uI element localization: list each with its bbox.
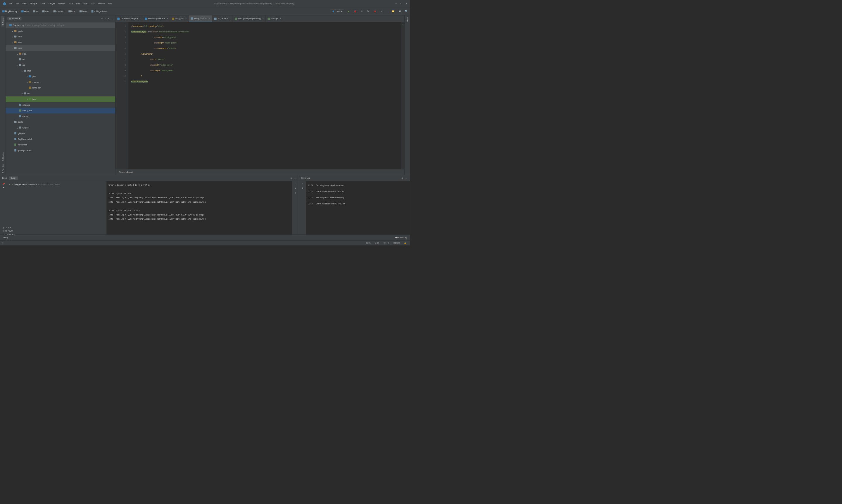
profile-button[interactable]: ↻: [366, 10, 371, 14]
hide-button[interactable]: ─: [111, 18, 113, 20]
menu-help[interactable]: Help: [107, 2, 114, 5]
attach-button[interactable]: 🐞: [373, 10, 377, 14]
maximize-button[interactable]: ☐: [400, 3, 402, 5]
tree-item[interactable]: java: [5, 96, 115, 102]
menu-edit[interactable]: Edit: [14, 2, 20, 5]
menu-tools[interactable]: Tools: [82, 2, 89, 5]
editor-breadcrumb[interactable]: DirectionalLayout: [115, 169, 404, 175]
locate-button[interactable]: ⊕: [101, 18, 103, 20]
event-row[interactable]: 22:04Gradle build finished in 1 s 461 ms: [308, 188, 408, 195]
panel-hide-button[interactable]: ─: [294, 177, 296, 179]
sync-tab[interactable]: Sync ×: [9, 176, 18, 180]
status-encoding[interactable]: UTF-8: [383, 242, 389, 244]
tree-item[interactable]: test: [5, 91, 115, 96]
breadcrumb-item[interactable]: entry: [21, 10, 29, 13]
editor-tab[interactable]: MainAbilitySlice.java×: [143, 16, 170, 22]
tree-item[interactable]: build.gradle: [5, 108, 115, 113]
menu-navigate[interactable]: Navigate: [28, 2, 39, 5]
breadcrumb-item[interactable]: resources: [53, 10, 65, 13]
search-button[interactable]: 🔍: [404, 10, 409, 14]
trash-icon[interactable]: 🗑: [302, 187, 304, 189]
close-button[interactable]: ✕: [406, 3, 407, 5]
close-icon[interactable]: ×: [229, 18, 231, 20]
close-icon[interactable]: ×: [15, 177, 16, 179]
coverage-button[interactable]: ◉: [360, 10, 364, 14]
menu-vcs[interactable]: VCS: [89, 2, 96, 5]
build-output[interactable]: Gradle Daemon started in 2 s 767 ms > Co…: [106, 181, 292, 235]
editor-tab[interactable]: build.gra×: [266, 16, 283, 22]
project-view-selector[interactable]: ▤ Project ▾: [7, 17, 21, 20]
tree-item[interactable]: build: [5, 39, 115, 45]
menu-run[interactable]: Run: [75, 2, 81, 5]
right-tab-gradle[interactable]: Gradle: [406, 16, 409, 24]
left-tab-favorites[interactable]: 2: Favorites: [1, 163, 4, 175]
debug-button[interactable]: 🐞: [353, 10, 357, 14]
tree-item[interactable]: config.json: [5, 85, 115, 91]
event-log-tab[interactable]: 💬Event Log: [394, 236, 409, 239]
menu-build[interactable]: Build: [67, 2, 74, 5]
previewer-button[interactable]: ▣: [398, 10, 402, 14]
status-lock-icon[interactable]: 🔒: [404, 242, 406, 244]
panel-settings-button[interactable]: ⚙: [290, 177, 292, 179]
breadcrumb-item[interactable]: ability_main.xml: [91, 10, 108, 13]
event-row[interactable]: 22:05Executing tasks: [assembleDebug]: [308, 195, 408, 201]
menu-view[interactable]: View: [21, 2, 28, 5]
tree-item[interactable]: build.gradle: [5, 142, 115, 147]
menu-analyze[interactable]: Analyze: [47, 2, 56, 5]
run-config-selector[interactable]: entry▾: [330, 10, 344, 13]
left-tab-project[interactable]: 1: Project: [1, 16, 4, 26]
eye-icon[interactable]: 👁: [3, 186, 4, 188]
bottom-tab[interactable]: ✓CodeCheck: [2, 233, 17, 236]
tree-item[interactable]: java: [5, 74, 115, 79]
tree-item[interactable]: .gradle: [5, 28, 115, 34]
edit-icon[interactable]: ✎: [302, 183, 303, 185]
status-indent[interactable]: 4 spaces: [393, 242, 400, 244]
open-button[interactable]: 📁: [391, 10, 395, 14]
tree-item[interactable]: BlogHarmonyC:\Users\bywang\DevEcoStudioP…: [5, 22, 115, 28]
tree-item[interactable]: resources: [5, 79, 115, 85]
panel-hide-button[interactable]: ─: [405, 177, 406, 179]
tree-item[interactable]: .idea: [5, 34, 115, 39]
editor-tab[interactable]: ListItemProvider.java×: [115, 16, 143, 22]
scroll-icon[interactable]: ⤓: [295, 187, 296, 189]
editor-tab[interactable]: string.json×: [170, 16, 189, 22]
tree-item[interactable]: build: [5, 51, 115, 56]
bottom-tab[interactable]: ≡6: TODO: [2, 230, 17, 233]
tree-item[interactable]: main: [5, 68, 115, 74]
tree-item[interactable]: wrapper: [5, 125, 115, 130]
project-tree[interactable]: BlogHarmonyC:\Users\bywang\DevEcoStudioP…: [5, 22, 115, 175]
event-list[interactable]: 22:04Executing tasks: [signReleaseApp]22…: [306, 181, 410, 235]
menu-file[interactable]: File: [8, 2, 14, 5]
close-icon[interactable]: ×: [186, 18, 187, 20]
event-row[interactable]: 22:04Executing tasks: [signReleaseApp]: [308, 182, 408, 188]
tree-item[interactable]: libs: [5, 57, 115, 62]
stop-button[interactable]: ■: [379, 10, 383, 14]
menu-refactor[interactable]: Refactor: [57, 2, 67, 5]
status-icon[interactable]: ▢: [2, 242, 3, 244]
tree-item[interactable]: BlogHarmony.iml: [5, 137, 115, 142]
settings-button[interactable]: ⚙: [108, 18, 110, 20]
close-icon[interactable]: ×: [140, 18, 141, 20]
close-icon[interactable]: ×: [167, 18, 168, 20]
close-icon[interactable]: ×: [262, 18, 264, 20]
breadcrumb-item[interactable]: src: [32, 10, 39, 13]
breadcrumb-item[interactable]: BlogHarmony: [2, 10, 18, 13]
breadcrumb-item[interactable]: main: [42, 10, 50, 13]
editor-tab[interactable]: list_item.xml×: [212, 16, 233, 22]
run-button[interactable]: ▶: [346, 10, 350, 14]
bottom-tab[interactable]: HiLog: [2, 236, 17, 239]
minimize-button[interactable]: ─: [395, 3, 397, 5]
tree-item[interactable]: .gitignore: [5, 130, 115, 136]
tree-item[interactable]: entry.iml: [5, 113, 115, 119]
expand-button[interactable]: ⇆: [105, 18, 106, 20]
pin-icon[interactable]: 📌: [2, 183, 5, 185]
soft-wrap-icon[interactable]: ⤶: [295, 183, 296, 185]
breadcrumb-item[interactable]: base: [68, 10, 76, 13]
tree-item[interactable]: .gitignore: [5, 102, 115, 108]
editor-tab[interactable]: build.gradle (BlogHarmony)×: [233, 16, 265, 22]
left-tab-structure[interactable]: 7: Structure: [1, 150, 4, 163]
menu-window[interactable]: Window: [97, 2, 106, 5]
target-icon[interactable]: ◎: [295, 192, 296, 194]
build-task-tree[interactable]: ▼ ✔ BlogHarmony: successful at 2020/9/25…: [7, 181, 106, 235]
close-icon[interactable]: ×: [209, 18, 210, 20]
